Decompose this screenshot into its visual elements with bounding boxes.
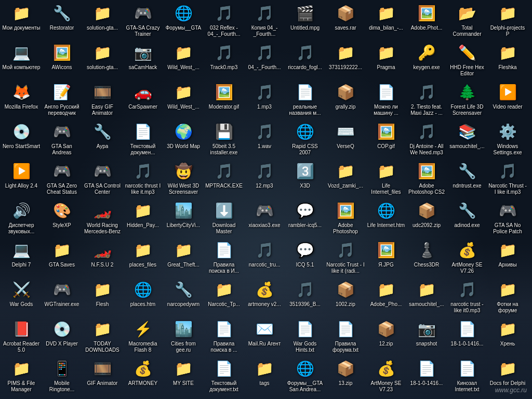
desktop-icon-125[interactable]: 🌐Форумы__GTA San Andrea... <box>285 356 325 396</box>
desktop-icon-35[interactable]: 📦grally.zip <box>325 80 366 119</box>
desktop-icon-34[interactable]: 📄реальные названия м... <box>285 80 325 119</box>
desktop-icon-129[interactable]: 📄Кинозал Internet.txt <box>447 356 487 396</box>
desktop-icon-40[interactable]: 💿Nero StartSmart <box>1 119 42 159</box>
desktop-icon-66[interactable]: 🔊Диспетчер звуковых... <box>1 198 42 238</box>
desktop-icon-29[interactable]: 🎞️Easy GIF Animator <box>82 80 123 119</box>
desktop-icon-19[interactable]: 🎵Track0.mp3 <box>204 41 244 80</box>
desktop-icon-85[interactable]: 🎵narcotic_tru... <box>244 238 285 277</box>
desktop-icon-76[interactable]: 📦udc2092.zip <box>406 198 447 238</box>
desktop-icon-14[interactable]: 💻Мой компьютер <box>1 41 42 80</box>
desktop-icon-41[interactable]: 🎮GTA San Andreas <box>42 119 82 159</box>
desktop-icon-101[interactable]: 📁Adobe_Pho... <box>366 277 406 317</box>
desktop-icon-63[interactable]: 🖼️Adobe Photoshop CS2 <box>406 159 447 198</box>
desktop-icon-9[interactable]: 📦saves.rar <box>325 1 366 41</box>
desktop-icon-27[interactable]: 🦊Mozilla Firefox <box>1 80 42 119</box>
desktop-icon-94[interactable]: 📁Flesh <box>82 277 123 317</box>
desktop-icon-102[interactable]: 📁samouchitel_... <box>406 277 447 317</box>
desktop-icon-79[interactable]: 💻Delphi 7 <box>1 238 42 277</box>
desktop-icon-3[interactable]: 📁solution-gta... <box>82 1 123 41</box>
desktop-icon-50[interactable]: 🎵Dj Antoine - All We Need.mp3 <box>406 119 447 159</box>
desktop-icon-26[interactable]: 📁Fleshka <box>487 41 528 80</box>
desktop-icon-71[interactable]: ⬇️Download Master <box>204 198 244 238</box>
desktop-icon-57[interactable]: 🤠Wild West 3D Screensaver <box>163 159 204 198</box>
desktop-icon-16[interactable]: 📁solution-gta... <box>82 41 123 80</box>
desktop-icon-62[interactable]: 📁Life Internet_files <box>366 159 406 198</box>
desktop-icon-108[interactable]: ⚡Macromedia Flash 8 <box>123 317 163 356</box>
desktop-icon-60[interactable]: 3️⃣X3D <box>285 159 325 198</box>
desktop-icon-104[interactable]: 📁Фотки на форуме <box>487 277 528 317</box>
desktop-icon-65[interactable]: 🎵Narcotic Thrust - I like it.mp3 <box>487 159 528 198</box>
desktop-icon-45[interactable]: 💾50beit 3.5 installer.exe <box>204 119 244 159</box>
desktop-icon-107[interactable]: 📁TODAY DOWNLOADS <box>82 317 123 356</box>
desktop-icon-97[interactable]: 📁Narcotic_Тр... <box>204 277 244 317</box>
desktop-icon-103[interactable]: 🎵narcotic trust - like it0.mp3 <box>447 277 487 317</box>
desktop-icon-44[interactable]: 🌍3D World Map <box>163 119 204 159</box>
desktop-icon-96[interactable]: 🔧narcopedywm <box>163 277 204 317</box>
desktop-icon-115[interactable]: 📷snapshot <box>406 317 447 356</box>
desktop-icon-52[interactable]: ⚙️Windows Settings.exe <box>487 119 528 159</box>
desktop-icon-128[interactable]: 📄18-1-0-1416... <box>406 356 447 396</box>
desktop-icon-49[interactable]: 🖼️COP.gif <box>366 119 406 159</box>
desktop-icon-73[interactable]: 💬rambler-icq5... <box>285 198 325 238</box>
desktop-icon-2[interactable]: 🔧Restorator <box>42 1 82 41</box>
desktop-icon-31[interactable]: 📁Wild_West_... <box>163 80 204 119</box>
desktop-icon-119[interactable]: 📱Mobile Ringtone... <box>42 356 82 396</box>
desktop-icon-127[interactable]: 💰ArtMoney SE V7.23 <box>366 356 406 396</box>
desktop-icon-124[interactable]: 📁tags <box>244 356 285 396</box>
desktop-icon-17[interactable]: 📷saCamHack <box>123 41 163 80</box>
desktop-icon-95[interactable]: 🌐places.htm <box>123 277 163 317</box>
desktop-icon-20[interactable]: 🎵04_-_Fourth... <box>244 41 285 80</box>
desktop-icon-82[interactable]: 📁places_files <box>123 238 163 277</box>
desktop-icon-109[interactable]: 🏙️Cities from gee.ru <box>163 317 204 356</box>
desktop-icon-67[interactable]: 🎨StyleXP <box>42 198 82 238</box>
desktop-icon-37[interactable]: 🎵2. Tiesto feat. Maxi Jazz - ... <box>406 80 447 119</box>
desktop-icon-21[interactable]: 🎵riccardo_fogl... <box>285 41 325 80</box>
desktop-icon-46[interactable]: 🎵1.wav <box>244 119 285 159</box>
desktop-icon-100[interactable]: 📦1002.zip <box>325 277 366 317</box>
desktop-icon-23[interactable]: 📁Pragma <box>366 41 406 80</box>
desktop-icon-56[interactable]: 🎵narcotic thrust I like it.mp3 <box>123 159 163 198</box>
desktop-icon-81[interactable]: 🏎️N.F.S.U 2 <box>82 238 123 277</box>
desktop-icon-7[interactable]: 🎵Копия 04_-_Fourth... <box>244 1 285 41</box>
desktop-icon-22[interactable]: 📁3731192222... <box>325 41 366 80</box>
desktop-icon-89[interactable]: ♟️Chess3DR <box>406 238 447 277</box>
desktop-icon-93[interactable]: 🎮WGTrainer.exe <box>42 277 82 317</box>
desktop-icon-122[interactable]: 📁MY SITE <box>163 356 204 396</box>
desktop-icon-33[interactable]: 🎵1.mp3 <box>244 80 285 119</box>
desktop-icon-112[interactable]: 📄War Gods Hints.txt <box>285 317 325 356</box>
desktop-icon-58[interactable]: 🎵MPTRACK.EXE <box>204 159 244 198</box>
desktop-icon-12[interactable]: 📂Total Commander <box>447 1 487 41</box>
desktop-icon-59[interactable]: 🎵12.mp3 <box>244 159 285 198</box>
desktop-icon-106[interactable]: 💿DVD X Player <box>42 317 82 356</box>
desktop-icon-121[interactable]: 💰ARTMONEY <box>123 356 163 396</box>
desktop-icon-87[interactable]: 🎵Narcotic Trust - I like it (radi... <box>325 238 366 277</box>
desktop-icon-78[interactable]: 🎮GTA SA No Police Patch <box>487 198 528 238</box>
desktop-icon-25[interactable]: ✏️HHD Free Hex Editor <box>447 41 487 80</box>
desktop-icon-84[interactable]: 📄Правила поиска в И... <box>204 238 244 277</box>
desktop-icon-15[interactable]: 🖼️AWicons <box>42 41 82 80</box>
desktop-icon-114[interactable]: 📦12.zip <box>366 317 406 356</box>
desktop-icon-126[interactable]: 📦13.zip <box>325 356 366 396</box>
desktop-icon-39[interactable]: ▶️Video reader <box>487 80 528 119</box>
desktop-icon-48[interactable]: ⌨️VerseQ <box>325 119 366 159</box>
desktop-icon-28[interactable]: 📝Англо Русский переводчик <box>42 80 82 119</box>
desktop-icon-18[interactable]: 📁Wild_West_... <box>163 41 204 80</box>
desktop-icon-74[interactable]: 🖼️Adobe Photoshop <box>325 198 366 238</box>
desktop-icon-117[interactable]: 📁Хрень <box>487 317 528 356</box>
desktop-icon-53[interactable]: ▶️Light Alloy 2.4 <box>1 159 42 198</box>
desktop-icon-61[interactable]: 📁Vozd_zamki_... <box>325 159 366 198</box>
desktop-icon-123[interactable]: 📄Текстовый документ.txt <box>204 356 244 396</box>
desktop-icon-86[interactable]: 💬ICQ 5.1 <box>285 238 325 277</box>
desktop-icon-54[interactable]: 🎮GTA SA Zero Cheat Status <box>42 159 82 198</box>
desktop-icon-91[interactable]: 📁Архивы <box>487 238 528 277</box>
desktop-icon-6[interactable]: 🎵032 Reflex - 04_-_Fourth... <box>204 1 244 41</box>
desktop-icon-99[interactable]: 🎵3519396_B... <box>285 277 325 317</box>
desktop-icon-8[interactable]: 🎬Untitled.mpg <box>285 1 325 41</box>
desktop-icon-90[interactable]: 💰ArtMoney SE V7.26 <box>447 238 487 277</box>
desktop-icon-77[interactable]: 🔧adinod.exe <box>447 198 487 238</box>
desktop-icon-38[interactable]: 🌲Forest Life 3D Screensaver <box>447 80 487 119</box>
desktop-icon-5[interactable]: 🌐Форумы__GTA <box>163 1 204 41</box>
desktop-icon-10[interactable]: 📁dima_bilan_-... <box>366 1 406 41</box>
desktop-icon-75[interactable]: 🌐Life Internet.htm <box>366 198 406 238</box>
desktop-icon-30[interactable]: 🚗CarSpawner <box>123 80 163 119</box>
